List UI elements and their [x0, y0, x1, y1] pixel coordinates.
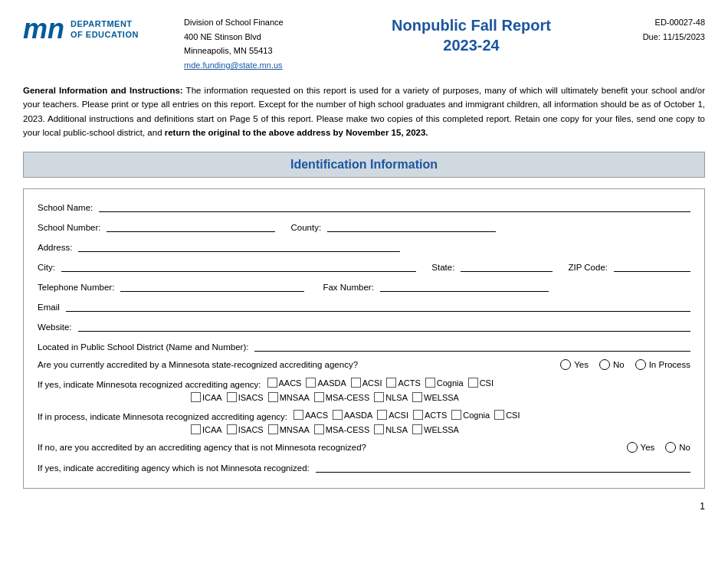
checkbox-csi-yes: [468, 378, 478, 388]
checkbox-icaa-yes: [191, 392, 201, 402]
telephone-label: Telephone Number:: [38, 283, 114, 292]
agency-nlsa-ip[interactable]: NLSA: [374, 424, 408, 434]
checkbox-isacs-yes: [227, 392, 237, 402]
agency-csi-yes[interactable]: CSI: [468, 378, 494, 388]
agency-isacs-ip[interactable]: ISACS: [227, 424, 264, 434]
checkbox-aasda-yes: [306, 378, 316, 388]
radio-no-yes-circle: [627, 442, 638, 453]
checkbox-msacess-yes: [314, 392, 324, 402]
accreditation-q1-label: Are you currently accredited by a Minnes…: [38, 360, 546, 369]
agency-welssa-ip[interactable]: WELSSA: [412, 424, 459, 434]
website-input[interactable]: [78, 319, 690, 332]
district-label: Located in Public School District (Name …: [38, 342, 248, 352]
state-label: State:: [431, 263, 454, 272]
radio-no-no-label: No: [679, 443, 690, 452]
agency-isacs-yes[interactable]: ISACS: [227, 392, 264, 402]
checkbox-welssa-yes: [412, 392, 422, 402]
email-row: Email: [38, 300, 690, 312]
identification-form: School Name: School Number: County: Addr…: [23, 188, 705, 489]
checkbox-csi-ip: [494, 410, 504, 420]
school-name-label: School Name:: [38, 203, 93, 212]
agency-aasda-ip[interactable]: AASDA: [333, 410, 372, 420]
agency-cognia-ip[interactable]: Cognia: [451, 410, 490, 420]
accreditation-yes-row2: ICAA ISACS MNSAA MSA-CESS NLSA WELSSA: [38, 392, 690, 405]
agency-nlsa-yes[interactable]: NLSA: [374, 392, 408, 402]
website-label: Website:: [38, 322, 72, 332]
radio-no-circle: [599, 359, 610, 370]
agency-icaa-ip[interactable]: ICAA: [191, 424, 222, 434]
radio-yes-label: Yes: [574, 360, 589, 369]
agency-aacs-yes[interactable]: AACS: [267, 378, 302, 388]
agency-ip-checkboxes-row1: AACS AASDA ACSI ACTS Cognia CSI: [293, 410, 520, 420]
city-label: City:: [38, 263, 55, 272]
radio-no[interactable]: No: [599, 359, 625, 370]
fax-input[interactable]: [380, 280, 549, 292]
city-row: City: State: ZIP Code:: [38, 260, 690, 272]
checkbox-mnsaa-yes: [268, 392, 278, 402]
radio-yes[interactable]: Yes: [560, 359, 589, 370]
zip-input[interactable]: [614, 260, 690, 272]
agency-cognia-yes[interactable]: Cognia: [425, 378, 464, 388]
agency-aasda-yes[interactable]: AASDA: [306, 378, 346, 388]
accreditation-inprocess-row2: ICAA ISACS MNSAA MSA-CESS NLSA WELSSA: [38, 424, 690, 437]
accreditation-yes-label: If yes, indicate Minnesota recognized ac…: [38, 380, 261, 389]
report-title: Nonpublic Fall Report 2023-24: [337, 15, 605, 55]
agency-acsi-yes[interactable]: ACSI: [351, 378, 382, 388]
county-label: County:: [290, 223, 321, 232]
agency-msacess-ip[interactable]: MSA-CESS: [314, 424, 369, 434]
city-input[interactable]: [61, 260, 416, 272]
logo-area: mn DEPARTMENT OF EDUCATION: [23, 15, 176, 43]
school-number-input[interactable]: [107, 220, 275, 232]
checkbox-acsi-yes: [351, 378, 361, 388]
radio-no-no[interactable]: No: [665, 442, 690, 453]
radio-no-yes-label: Yes: [641, 443, 655, 452]
agency-acsi-ip[interactable]: ACSI: [377, 410, 408, 420]
agency-mnsaa-ip[interactable]: MNSAA: [268, 424, 310, 434]
email-input[interactable]: [66, 300, 690, 312]
agency-icaa-yes[interactable]: ICAA: [191, 392, 222, 402]
checkbox-acsi-ip: [377, 410, 387, 420]
radio-no-no-circle: [665, 442, 676, 453]
checkbox-acts-yes: [386, 378, 396, 388]
non-mn-agency-input[interactable]: [316, 460, 690, 473]
agency-acts-ip[interactable]: ACTS: [413, 410, 447, 420]
school-name-input[interactable]: [99, 200, 690, 212]
accreditation-no-row: If no, are you accredited by an accredit…: [38, 442, 690, 453]
county-input[interactable]: [327, 220, 496, 232]
email-link[interactable]: mde.funding@state.mn.us: [184, 61, 283, 70]
agency-acts-yes[interactable]: ACTS: [386, 378, 420, 388]
report-title-area: Nonpublic Fall Report 2023-24: [330, 15, 613, 55]
district-input[interactable]: [254, 339, 690, 352]
radio-in-process[interactable]: In Process: [635, 359, 690, 370]
agency-aacs-ip[interactable]: AACS: [293, 410, 328, 420]
checkbox-aacs-ip: [293, 410, 303, 420]
agency-csi-ip[interactable]: CSI: [494, 410, 520, 420]
telephone-input[interactable]: [120, 280, 304, 292]
address-row: Address:: [38, 240, 690, 252]
radio-in-process-circle: [635, 359, 646, 370]
agency-ip-checkboxes-row2: ICAA ISACS MNSAA MSA-CESS NLSA WELSSA: [191, 424, 459, 434]
checkbox-nlsa-ip: [374, 424, 384, 434]
state-input[interactable]: [461, 260, 553, 272]
agency-checkboxes-row1: AACS AASDA ACSI ACTS Cognia CSI: [267, 378, 494, 388]
zip-label: ZIP Code:: [568, 263, 608, 272]
checkbox-welssa-ip: [412, 424, 422, 434]
district-row: Located in Public School District (Name …: [38, 339, 690, 352]
email-label: Email: [38, 303, 60, 312]
non-mn-agency-row: If yes, indicate accrediting agency whic…: [38, 460, 690, 473]
accreditation-no-label: If no, are you accredited by an accredit…: [38, 443, 613, 452]
radio-no-yes[interactable]: Yes: [627, 442, 655, 453]
division-info: Division of School Finance 400 NE Stinso…: [176, 15, 330, 73]
website-row: Website:: [38, 319, 690, 332]
address-input[interactable]: [78, 240, 400, 252]
telephone-row: Telephone Number: Fax Number:: [38, 280, 690, 292]
accreditation-yes-row: If yes, indicate Minnesota recognized ac…: [38, 378, 690, 391]
accreditation-q1-options: Yes No In Process: [560, 359, 690, 370]
page-header: mn DEPARTMENT OF EDUCATION Division of S…: [23, 15, 705, 73]
agency-mnsaa-yes[interactable]: MNSAA: [268, 392, 310, 402]
logo-icon: mn: [23, 15, 64, 43]
agency-welssa-yes[interactable]: WELSSA: [412, 392, 459, 402]
agency-msacess-yes[interactable]: MSA-CESS: [314, 392, 369, 402]
school-number-row: School Number: County:: [38, 220, 690, 232]
radio-in-process-label: In Process: [649, 360, 690, 369]
